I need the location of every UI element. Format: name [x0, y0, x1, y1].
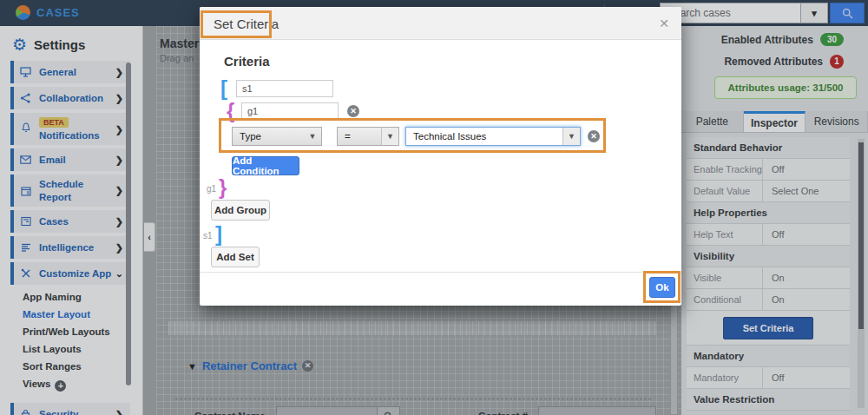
condition-operator-dropdown[interactable]: = ▼	[337, 127, 399, 146]
modal-title: Set Criteria	[214, 16, 279, 31]
chevron-down-icon: ▼	[304, 128, 321, 145]
set-criteria-modal: Set Criteria ✕ Criteria [ { ✕ Type ▼ = ▼…	[200, 7, 681, 306]
modal-header: Set Criteria ✕	[200, 7, 681, 40]
set-open-bracket: [	[220, 78, 227, 99]
ok-button[interactable]: Ok	[649, 277, 675, 298]
add-set-button[interactable]: Add Set	[211, 247, 260, 267]
chevron-down-icon: ▼	[562, 128, 580, 145]
criteria-heading: Criteria	[224, 54, 270, 69]
set-name-input[interactable]	[236, 80, 333, 97]
group-name-input[interactable]	[241, 102, 339, 120]
set-close-label: s1	[203, 231, 213, 240]
close-icon[interactable]: ✕	[659, 16, 669, 30]
add-condition-button[interactable]: Add Condition	[232, 156, 299, 175]
add-group-button[interactable]: Add Group	[211, 200, 270, 221]
group-close-brace: }	[219, 177, 227, 198]
modal-footer-divider	[200, 272, 681, 273]
condition-value-dropdown[interactable]: Technical Issues ▼	[405, 127, 581, 146]
group-close-label: g1	[207, 184, 216, 194]
app-window: Master Layout Drag an ▼ Retainer Contrac…	[0, 0, 868, 415]
set-close-bracket: ]	[215, 224, 222, 245]
condition-field-dropdown[interactable]: Type ▼	[232, 127, 322, 146]
remove-group-icon[interactable]: ✕	[347, 105, 359, 117]
remove-condition-icon[interactable]: ✕	[588, 130, 600, 142]
group-open-brace: {	[227, 101, 234, 122]
chevron-down-icon: ▼	[381, 128, 398, 145]
